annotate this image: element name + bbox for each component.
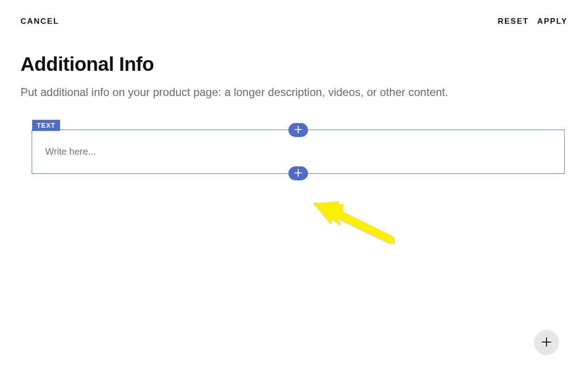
apply-button[interactable]: APPLY	[537, 17, 567, 26]
add-fab-button[interactable]	[534, 330, 559, 355]
block-area: TEXT	[32, 130, 565, 174]
toolbar-left: CANCEL	[21, 17, 59, 26]
svg-marker-1	[314, 203, 344, 219]
cancel-button[interactable]: CANCEL	[21, 17, 59, 26]
page-subtitle: Put additional info on your product page…	[21, 86, 588, 99]
add-block-above-button[interactable]	[288, 123, 308, 137]
page-title: Additional Info	[21, 53, 588, 75]
block-type-tag: TEXT	[32, 120, 60, 131]
svg-marker-0	[314, 203, 344, 218]
plus-icon	[294, 169, 302, 178]
add-block-below-button[interactable]	[288, 166, 308, 180]
plus-icon	[541, 336, 552, 349]
text-block[interactable]: TEXT	[32, 130, 565, 174]
toolbar-right: RESET APPLY	[498, 17, 567, 26]
reset-button[interactable]: RESET	[498, 17, 529, 26]
annotation-arrow-icon	[310, 196, 399, 249]
plus-icon	[294, 126, 302, 135]
toolbar: CANCEL RESET APPLY	[0, 0, 588, 26]
